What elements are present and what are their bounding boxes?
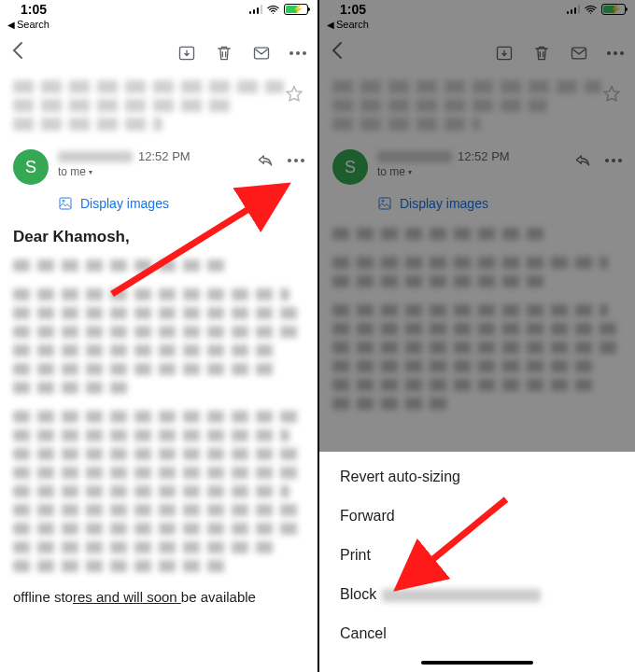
wifi-icon: [266, 3, 280, 17]
svg-point-3: [63, 200, 64, 202]
image-icon: [58, 196, 73, 211]
greeting: Dear Khamosh,: [13, 228, 304, 246]
right-screenshot: 1:05 ⚡ ◀Search S: [318, 0, 635, 672]
mail-icon[interactable]: [252, 44, 271, 63]
cellular-icon: [249, 5, 263, 14]
status-bar: 1:05 ⚡: [0, 0, 318, 19]
timestamp: 12:52 PM: [138, 149, 190, 163]
display-images-link[interactable]: Display images: [45, 196, 318, 211]
back-triangle-icon: ◀: [7, 20, 15, 30]
sheet-item-block[interactable]: Block: [319, 575, 635, 614]
email-toolbar: [0, 34, 318, 71]
sender-name-redacted: [58, 151, 133, 162]
sender-row: S 12:52 PM to me ▾: [0, 136, 318, 185]
star-icon[interactable]: [284, 84, 304, 105]
subject-area: [0, 71, 318, 136]
trash-icon[interactable]: [215, 44, 233, 63]
body-paragraph-redacted: [13, 288, 304, 394]
breadcrumb-back[interactable]: ◀ Search: [0, 19, 318, 34]
more-icon[interactable]: [289, 51, 306, 55]
status-indicators: ⚡: [249, 3, 309, 17]
left-screenshot: 1:05 ⚡ ◀ Search: [0, 0, 318, 672]
sheet-item-forward[interactable]: Forward: [319, 497, 635, 536]
subject-text-redacted: [13, 80, 284, 136]
sheet-item-revert[interactable]: Revert auto-sizing: [319, 457, 635, 497]
sheet-item-cancel[interactable]: Cancel: [319, 614, 635, 653]
archive-icon[interactable]: [177, 44, 196, 63]
reply-icon[interactable]: [256, 151, 275, 170]
back-chevron-icon[interactable]: [11, 41, 24, 65]
email-body: Dear Khamosh, offline stores and will so…: [0, 211, 318, 605]
svg-rect-2: [60, 198, 71, 209]
chevron-down-icon: ▾: [89, 168, 92, 176]
block-target-redacted: [382, 589, 541, 602]
body-visible-text: offline stores and will soon be availabl…: [13, 589, 304, 605]
battery-icon: ⚡: [284, 4, 308, 15]
sheet-item-print[interactable]: Print: [319, 536, 635, 575]
message-more-icon[interactable]: [288, 159, 304, 162]
home-indicator: [421, 661, 533, 665]
status-time: 1:05: [21, 2, 47, 17]
body-paragraph-redacted: [13, 259, 304, 272]
back-label: Search: [17, 19, 49, 30]
action-sheet: Revert auto-sizing Forward Print Block C…: [319, 452, 635, 672]
body-paragraph-redacted: [13, 411, 304, 572]
recipient-line[interactable]: to me ▾: [58, 165, 247, 178]
avatar[interactable]: S: [13, 149, 49, 185]
